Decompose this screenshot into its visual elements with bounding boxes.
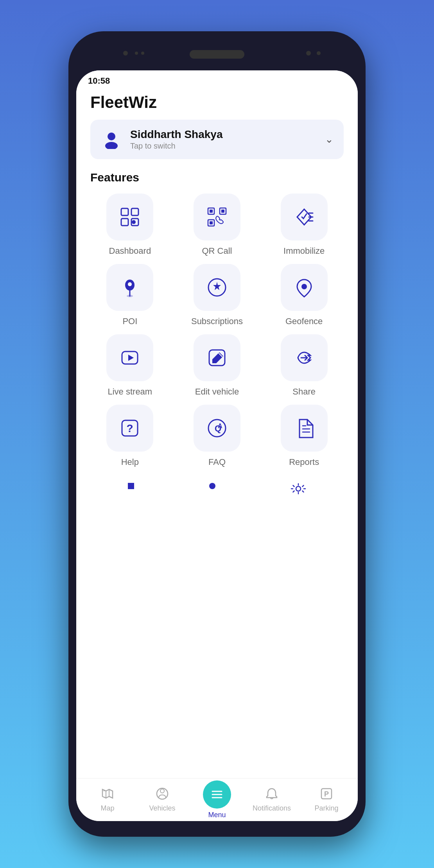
reports-icon [293,417,315,439]
share-icon [293,347,315,369]
svg-point-18 [127,295,133,297]
feature-share[interactable]: Share [264,334,344,397]
poi-icon [119,276,141,298]
help-icon-wrap: ? [106,405,153,452]
immobilize-label: Immobilize [283,246,325,256]
nav-parking-label: Parking [314,804,338,812]
user-card[interactable]: Siddharth Shakya Tap to switch ⌄ [90,120,344,159]
nav-notifications-label: Notifications [253,804,291,812]
menu-icon-circle [203,780,231,809]
livestream-label: Live stream [108,387,152,397]
parking-icon: P [320,787,333,802]
faq-label: FAQ [208,457,226,467]
editvehicle-label: Edit vehicle [195,387,239,397]
share-icon-wrap [281,334,328,381]
user-name: Siddharth Shakya [130,128,325,141]
feature-qrcall[interactable]: QR Call [178,194,257,256]
tap-to-switch: Tap to switch [130,142,325,151]
camera-right [306,51,311,56]
livestream-icon-wrap [106,334,153,381]
status-bar: 10:58 [76,70,358,89]
camera-right2 [317,51,321,55]
nav-vehicles-label: Vehicles [149,804,175,812]
dashboard-icon [119,206,141,228]
svg-rect-3 [121,219,128,226]
map-icon [101,787,114,802]
app-title: FleetWiz [90,93,344,112]
qrcall-icon-wrap [194,194,240,240]
svg-point-17 [128,282,132,286]
svg-rect-12 [210,221,213,224]
svg-text:?: ? [127,422,133,434]
feature-editvehicle[interactable]: Edit vehicle [178,334,257,397]
feature-poi[interactable]: POI [90,264,170,326]
reports-label: Reports [289,457,319,467]
immobilize-icon [293,206,315,228]
qrcall-icon [206,206,228,228]
poi-label: POI [122,316,137,326]
feature-dashboard[interactable]: Dashboard [90,194,170,256]
feature-reports[interactable]: Reports [264,405,344,467]
phone-device: 10:58 FleetWiz Siddharth Shakya Tap to s… [68,31,366,837]
svg-rect-2 [121,208,128,215]
nav-map-label: Map [100,804,114,812]
svg-rect-10 [221,210,224,213]
svg-rect-4 [131,208,138,215]
time-display: 10:58 [88,76,110,86]
svg-point-0 [108,133,115,140]
nav-parking[interactable]: P Parking [299,783,354,816]
svg-text:A: A [218,423,222,429]
nav-map[interactable]: Map [80,783,135,816]
faq-icon: Q A [206,417,228,439]
feature-geofence[interactable]: Geofence [264,264,344,326]
app-content: FleetWiz Siddharth Shakya Tap to switch … [76,89,358,778]
phone-speaker [190,50,244,59]
nav-vehicles[interactable]: Vehicles [135,783,190,816]
geofence-label: Geofence [285,316,323,326]
svg-point-6 [132,220,136,224]
chevron-down-icon: ⌄ [325,133,334,145]
dashboard-label: Dashboard [109,246,151,256]
notifications-icon [265,787,278,802]
menu-icon [210,787,224,802]
svg-text:P: P [324,790,329,798]
qrcall-label: QR Call [202,246,232,256]
feature-subscriptions[interactable]: Subscriptions [178,264,257,326]
editvehicle-icon-wrap [194,334,240,381]
nav-menu-label: Menu [208,811,226,819]
phone-screen: 10:58 FleetWiz Siddharth Shakya Tap to s… [76,70,358,821]
editvehicle-icon [206,347,228,369]
reports-icon-wrap [281,405,328,452]
nav-menu[interactable]: Menu [190,777,244,821]
svg-point-35 [160,789,164,793]
svg-point-1 [105,142,118,149]
subscriptions-icon [206,276,228,298]
geofence-icon-wrap [281,264,328,311]
feature-livestream[interactable]: Live stream [90,334,170,397]
dashboard-icon-wrap [106,194,153,240]
faq-icon-wrap: Q A [194,405,240,452]
feature-faq[interactable]: Q A FAQ [178,405,257,467]
subscriptions-icon-wrap [194,264,240,311]
features-grid: Dashboard [90,194,344,475]
svg-point-20 [301,284,307,289]
vehicles-icon [156,787,169,802]
sensor-dots [135,52,144,55]
feature-help[interactable]: ? Help [90,405,170,467]
feature-immobilize[interactable]: Immobilize [264,194,344,256]
settings-icon [291,483,306,495]
svg-point-31 [296,486,301,491]
more-features-row [90,475,344,499]
nav-notifications[interactable]: Notifications [244,783,299,816]
user-info: Siddharth Shakya Tap to switch [130,128,325,151]
livestream-icon [119,347,141,369]
share-label: Share [292,387,316,397]
immobilize-icon-wrap [281,194,328,240]
subscriptions-label: Subscriptions [191,316,243,326]
avatar [100,129,122,151]
help-icon: ? [119,417,141,439]
geofence-icon [293,276,315,298]
phone-notch [76,39,358,70]
help-label: Help [121,457,139,467]
bottom-nav: Map Vehicles [76,778,358,821]
